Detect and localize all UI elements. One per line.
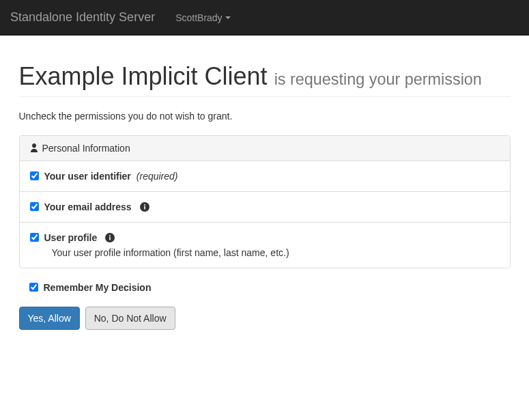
permissions-panel: Personal Information Your user identifie… — [19, 135, 511, 268]
scope-checkbox-email[interactable] — [30, 202, 39, 211]
panel-title: Personal Information — [42, 143, 130, 154]
svg-rect-4 — [110, 236, 111, 240]
remember-checkbox[interactable] — [29, 283, 38, 292]
client-name: Example Implicit Client — [19, 62, 268, 90]
buttons-row: Yes, Allow No, Do Not Allow — [19, 307, 511, 330]
remember-label: Remember My Decision — [44, 282, 152, 293]
scope-label: User profile — [44, 232, 98, 243]
svg-rect-2 — [144, 204, 145, 206]
scope-item: Your user identifier (required) — [20, 161, 510, 191]
scope-item: User profile Your user profile informati… — [20, 222, 510, 268]
scope-list: Your user identifier (required) Your ema… — [20, 161, 510, 268]
page-title: Example Implicit Client is requesting yo… — [19, 63, 511, 90]
main-container: Example Implicit Client is requesting yo… — [9, 63, 521, 330]
scope-item: Your email address — [20, 191, 510, 222]
title-suffix: is requesting your permission — [274, 70, 482, 88]
svg-rect-1 — [144, 206, 145, 209]
scope-label: Your user identifier — [44, 171, 131, 182]
scope-checkbox-user-id[interactable] — [30, 171, 39, 180]
info-icon[interactable] — [105, 233, 115, 242]
panel-heading: Personal Information — [20, 136, 510, 161]
instruction-text: Uncheck the permissions you do not wish … — [19, 111, 511, 122]
user-dropdown[interactable]: ScottBrady — [165, 2, 240, 33]
navbar: Standalone Identity Server ScottBrady — [0, 0, 529, 36]
navbar-brand[interactable]: Standalone Identity Server — [10, 0, 165, 35]
remember-row: Remember My Decision — [29, 282, 511, 293]
scope-checkbox-profile[interactable] — [30, 233, 39, 242]
scope-description: Your user profile information (first nam… — [52, 247, 500, 258]
deny-button[interactable]: No, Do Not Allow — [85, 307, 175, 330]
scope-required: (required) — [137, 171, 178, 182]
page-header: Example Implicit Client is requesting yo… — [19, 63, 511, 97]
svg-rect-5 — [110, 235, 111, 236]
allow-button[interactable]: Yes, Allow — [19, 307, 80, 330]
user-icon — [30, 143, 38, 152]
user-name: ScottBrady — [175, 12, 222, 23]
info-icon[interactable] — [140, 202, 149, 212]
caret-down-icon — [225, 16, 231, 19]
scope-label: Your email address — [44, 201, 132, 212]
